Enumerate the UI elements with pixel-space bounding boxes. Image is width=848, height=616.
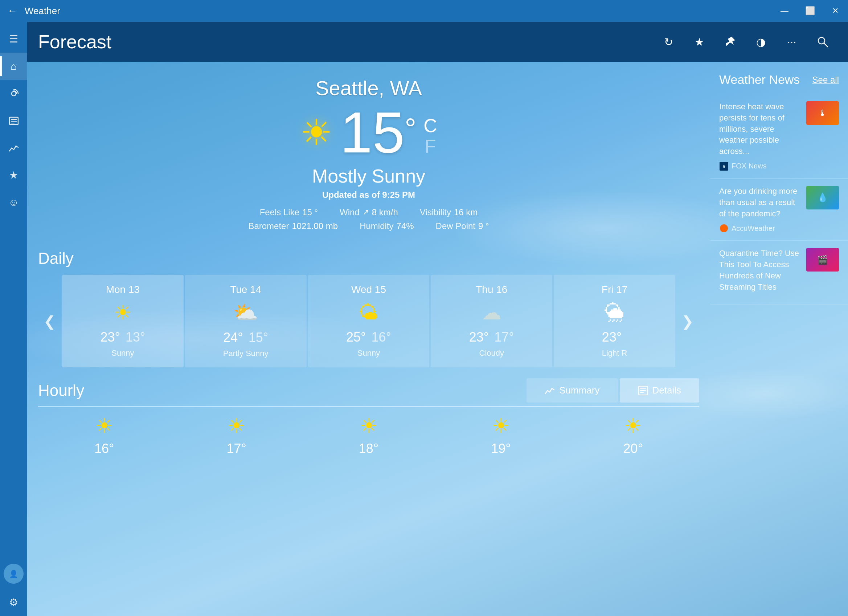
news-see-all-button[interactable]: See all xyxy=(812,75,839,85)
svg-text:/\: /\ xyxy=(723,165,725,169)
favorite-button[interactable]: ★ xyxy=(685,27,714,56)
day-condition-3: Cloudy xyxy=(438,349,545,358)
day-card-0[interactable]: Mon 13 ☀ 23° 13° Sunny xyxy=(62,275,184,367)
day-low-2: 16° xyxy=(371,330,391,345)
night-mode-button[interactable]: ◑ xyxy=(746,27,775,56)
sidebar-item-radar[interactable] xyxy=(0,80,27,107)
day-icon-3: ☁ xyxy=(438,301,545,324)
daily-prev-button[interactable]: ❮ xyxy=(38,309,61,333)
weather-details-row1: Feels Like 15 ° Wind ↗ 8 km/h Visibility… xyxy=(27,207,710,217)
back-button[interactable]: ← xyxy=(7,5,18,17)
humidity-label: Humidity xyxy=(360,221,393,231)
sidebar-item-emoji[interactable]: ☺ xyxy=(0,189,27,216)
news-headline-1: Are you drinking more than usual as a re… xyxy=(719,186,801,219)
barometer-value: 1021.00 mb xyxy=(292,221,338,231)
wind: Wind ↗ 8 km/h xyxy=(339,207,398,217)
hourly-temp-3: 19° xyxy=(491,441,510,456)
day-card-2[interactable]: Wed 15 🌤 25° 16° Sunny xyxy=(308,275,430,367)
tab-summary[interactable]: Summary xyxy=(526,378,618,402)
temperature-row: ☀ 15 ° C F xyxy=(27,104,710,162)
hourly-icon-2: ☀ xyxy=(302,414,435,437)
day-condition-4: Light R xyxy=(561,349,668,358)
temp-units: C F xyxy=(424,116,437,157)
news-thumb-1: 💧 xyxy=(806,186,839,209)
wind-arrow-icon: ↗ xyxy=(363,208,369,217)
sidebar-bottom: 👤 ⚙ xyxy=(0,561,27,616)
day-temps-2: 25° 16° xyxy=(315,330,423,345)
header-actions: ↻ ★ ◑ ··· xyxy=(654,27,837,56)
pin-button[interactable] xyxy=(716,27,744,56)
day-name-3: Thu 16 xyxy=(438,284,545,295)
news-thumb-0: 🌡 xyxy=(806,101,839,125)
tab-summary-label: Summary xyxy=(559,385,599,396)
hourly-divider xyxy=(38,406,699,407)
fahrenheit-unit[interactable]: F xyxy=(424,136,437,157)
day-card-3[interactable]: Thu 16 ☁ 23° 17° Cloudy xyxy=(431,275,552,367)
day-icon-2: 🌤 xyxy=(315,301,423,324)
hourly-temp-1: 17° xyxy=(227,441,246,456)
main-layout: ☰ ⌂ ★ ☺ 👤 xyxy=(0,22,848,616)
hourly-tabs: Summary Details xyxy=(526,378,699,402)
sidebar-item-menu[interactable]: ☰ xyxy=(0,25,27,53)
daily-next-button[interactable]: ❯ xyxy=(676,309,699,333)
maximize-button[interactable]: ⬜ xyxy=(797,0,823,22)
sun-icon: ☀ xyxy=(300,111,333,154)
daily-cards: Mon 13 ☀ 23° 13° Sunny Tue 14 ⛅ xyxy=(61,275,676,367)
hourly-section: Hourly Summary xyxy=(27,378,710,456)
svg-line-6 xyxy=(824,43,828,47)
condition-text: Mostly Sunny xyxy=(27,165,710,187)
dew-point-value: 9 ° xyxy=(478,221,489,231)
sidebar-settings[interactable]: ⚙ xyxy=(0,589,27,616)
news-source-name-1: AccuWeather xyxy=(731,224,775,233)
day-high-3: 23° xyxy=(469,330,489,345)
news-source-name-0: FOX News xyxy=(731,162,767,170)
day-card-1[interactable]: Tue 14 ⛅ 24° 15° Partly Sunny xyxy=(185,275,307,367)
wind-value: 8 km/h xyxy=(372,207,398,217)
hourly-icon-1: ☀ xyxy=(170,414,302,437)
content-area: Seattle, WA ☀ 15 ° C F Mostly Sunny Upda… xyxy=(27,62,848,616)
hourly-temps: ☀ 16° ☀ 17° ☀ 18° ☀ 19° xyxy=(38,414,699,456)
daily-section: Daily ❮ Mon 13 ☀ 23° 13° Sunny xyxy=(27,249,710,367)
sidebar-item-news[interactable] xyxy=(0,107,27,134)
daily-title: Daily xyxy=(38,249,699,267)
tab-details-label: Details xyxy=(652,385,681,396)
news-item-2[interactable]: Quarantine Time? Use This Tool To Access… xyxy=(710,240,848,304)
hourly-item-1: ☀ 17° xyxy=(170,414,302,456)
sidebar-item-home[interactable]: ⌂ xyxy=(0,53,27,80)
news-source-row-1: AccuWeather xyxy=(719,224,801,233)
day-card-4[interactable]: Fri 17 🌦 23° Light R xyxy=(554,275,675,367)
day-high-4: 23° xyxy=(602,330,621,345)
sidebar-item-charts[interactable] xyxy=(0,134,27,162)
day-icon-4: 🌦 xyxy=(561,301,668,324)
tab-details[interactable]: Details xyxy=(620,378,699,402)
day-condition-1: Partly Sunny xyxy=(192,349,299,358)
dew-point: Dew Point 9 ° xyxy=(436,221,489,231)
close-button[interactable]: ✕ xyxy=(823,0,848,22)
celsius-unit[interactable]: C xyxy=(424,116,437,136)
barometer-label: Barometer xyxy=(248,221,289,231)
more-options-button[interactable]: ··· xyxy=(777,27,806,56)
visibility-label: Visibility xyxy=(420,207,451,217)
hourly-item-4: ☀ 20° xyxy=(567,414,699,456)
hourly-item-3: ☀ 19° xyxy=(435,414,567,456)
sidebar-avatar[interactable]: 👤 xyxy=(0,561,27,589)
humidity: Humidity 74% xyxy=(360,221,414,231)
day-name-4: Fri 17 xyxy=(561,284,668,295)
minimize-button[interactable]: — xyxy=(772,0,797,22)
page-title: Forecast xyxy=(38,31,654,53)
degree-symbol: ° xyxy=(405,114,416,143)
hourly-icon-4: ☀ xyxy=(567,414,699,437)
news-item-0[interactable]: Intense heat wave persists for tens of m… xyxy=(710,94,848,179)
refresh-button[interactable]: ↻ xyxy=(654,27,683,56)
sidebar-item-favorites[interactable]: ★ xyxy=(0,162,27,189)
day-low-1: 15° xyxy=(249,330,268,345)
day-name-1: Tue 14 xyxy=(192,284,299,295)
svg-point-13 xyxy=(720,224,728,232)
day-low-0: 13° xyxy=(126,330,145,345)
search-button[interactable] xyxy=(808,27,837,56)
feels-like: Feels Like 15 ° xyxy=(260,207,318,217)
hourly-header: Hourly Summary xyxy=(38,378,699,402)
news-source-row-0: /\ FOX News xyxy=(719,162,801,171)
news-item-1[interactable]: Are you drinking more than usual as a re… xyxy=(710,179,848,240)
updated-text: Updated as of 9:25 PM xyxy=(27,190,710,200)
